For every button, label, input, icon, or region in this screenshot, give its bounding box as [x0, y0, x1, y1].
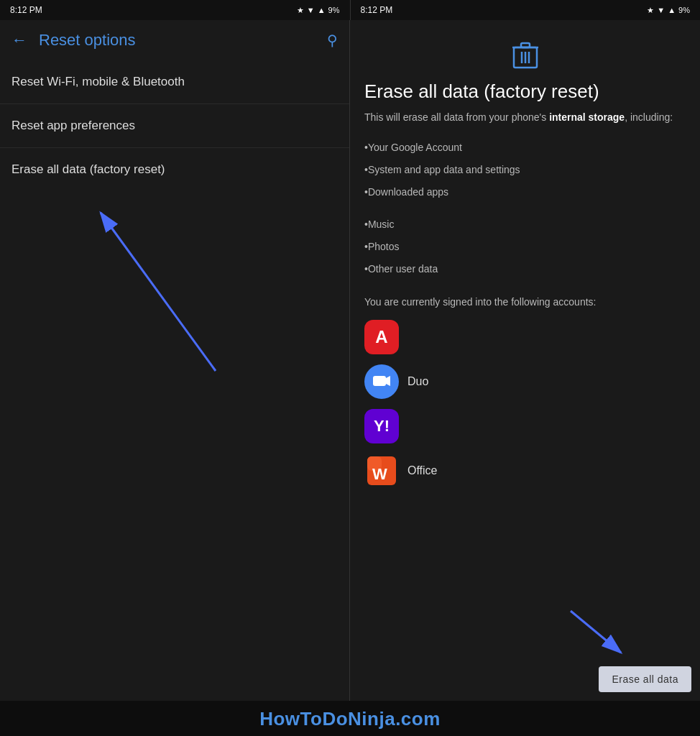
left-annotation-area — [0, 191, 349, 701]
left-arrow-annotation — [0, 191, 350, 443]
back-button[interactable]: ← — [11, 31, 27, 50]
account-duo: Duo — [364, 364, 686, 399]
bluetooth-icon: ★ — [297, 6, 304, 15]
screen-title: Reset options — [39, 31, 327, 50]
menu-item-wifi[interactable]: Reset Wi-Fi, mobile & Bluetooth — [0, 60, 349, 104]
list-music: •Music — [364, 213, 686, 236]
menu-item-app-prefs[interactable]: Reset app preferences — [0, 104, 349, 148]
account-office: W Office — [364, 454, 686, 488]
trash-icon — [512, 40, 538, 69]
list-google-account: •Your Google Account — [364, 137, 686, 159]
left-time: 8:12 PM — [10, 5, 42, 15]
right-time: 8:12 PM — [361, 5, 393, 15]
svg-rect-8 — [373, 376, 386, 386]
list-photos: •Photos — [364, 236, 686, 258]
list-system-data: •System and app data and settings — [364, 159, 686, 181]
office-icon: W — [364, 454, 399, 488]
duo-label: Duo — [407, 375, 428, 388]
svg-line-14 — [571, 611, 621, 653]
left-screen: ← Reset options ⚲ Reset Wi-Fi, mobile & … — [0, 20, 350, 701]
list-downloaded-apps: •Downloaded apps — [364, 181, 686, 203]
bluetooth-icon-r: ★ — [647, 6, 654, 15]
erase-all-data-button[interactable]: Erase all data — [599, 666, 691, 692]
button-bar: Erase all data — [350, 661, 700, 701]
watermark: HowToDoNinja.com — [0, 701, 700, 736]
menu-item-factory-reset[interactable]: Erase all data (factory reset) — [0, 148, 349, 191]
svg-text:W: W — [372, 465, 387, 483]
left-status-icons: ★ ▼ ▲ 9% — [297, 6, 340, 15]
signal-icon: ▲ — [318, 6, 326, 14]
left-status-bar: 8:12 PM ★ ▼ ▲ 9% — [0, 0, 350, 20]
svg-marker-9 — [386, 376, 390, 386]
status-bar: 8:12 PM ★ ▼ ▲ 9% 8:12 PM ★ ▼ ▲ 9% — [0, 0, 700, 20]
erase-title: Erase all data (factory reset) — [364, 80, 686, 103]
office-label: Office — [407, 464, 438, 477]
right-content: Erase all data (factory reset) This will… — [350, 20, 700, 661]
wifi-icon: ▼ — [307, 6, 315, 14]
right-status-icons: ★ ▼ ▲ 9% — [647, 6, 690, 15]
duo-icon — [364, 364, 399, 399]
screens-container: ← Reset options ⚲ Reset Wi-Fi, mobile & … — [0, 20, 700, 701]
battery-right: 9% — [678, 6, 690, 14]
adobe-icon: A — [364, 320, 399, 354]
account-yahoo: Y! — [364, 409, 686, 443]
signed-in-text: You are currently signed into the follow… — [364, 295, 686, 310]
svg-line-1 — [101, 213, 216, 371]
search-button[interactable]: ⚲ — [327, 32, 338, 49]
erase-description: This will erase all data from your phone… — [364, 110, 686, 125]
right-screen: Erase all data (factory reset) This will… — [350, 20, 700, 701]
list-other-user-data: •Other user data — [364, 258, 686, 280]
trash-icon-container — [364, 40, 686, 72]
battery-left: 9% — [328, 6, 340, 14]
yahoo-icon: Y! — [364, 409, 399, 443]
right-arrow-annotation — [556, 604, 643, 661]
wifi-icon-r: ▼ — [657, 6, 665, 14]
account-adobe: A — [364, 320, 686, 354]
screen-header: ← Reset options ⚲ — [0, 20, 349, 60]
signal-icon-r: ▲ — [668, 6, 676, 14]
right-status-bar: 8:12 PM ★ ▼ ▲ 9% — [350, 0, 701, 20]
